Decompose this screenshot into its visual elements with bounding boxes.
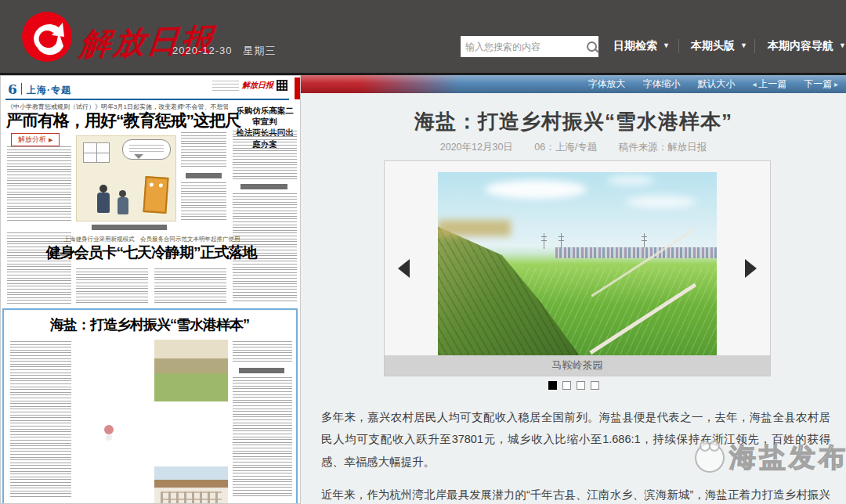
- cloud-shape: [607, 175, 654, 185]
- section-rule: [5, 99, 289, 100]
- next-article-label: 下一篇: [804, 78, 832, 89]
- menu-front-page[interactable]: 本期头版▼: [691, 39, 747, 53]
- header-date: 2020-12-30星期三: [172, 44, 287, 58]
- photo-caption: 马鞍岭茶园: [385, 355, 770, 376]
- article-paragraph: 多年来，嘉兴农村居民人均可支配收入稳居全国前列。海盐县便是代表之一，去年，海盐全…: [321, 406, 830, 473]
- cartoon-figure: [97, 193, 110, 213]
- page-edge-marker: [295, 77, 300, 99]
- search-box[interactable]: [461, 36, 598, 57]
- brand-logo-icon: [22, 12, 72, 62]
- menu-front-page-label: 本期头版: [691, 39, 735, 52]
- font-smaller-button[interactable]: 字体缩小: [642, 77, 680, 91]
- greeked-text-column: [76, 268, 148, 304]
- village-strip-shape: [555, 247, 717, 258]
- greeked-text-column: [233, 377, 292, 499]
- article-date: 2020年12月30日: [440, 142, 513, 153]
- menu-content-nav[interactable]: 本期内容导航▼: [768, 39, 846, 53]
- carousel-dots: [301, 381, 846, 390]
- mini-masthead: 解放日报: [212, 80, 287, 91]
- font-default-button[interactable]: 默认大小: [697, 77, 735, 91]
- article-edition: 06：上海/专题: [534, 142, 597, 153]
- carousel-dot-1[interactable]: [548, 381, 557, 390]
- preview-photo-harvest: [78, 405, 151, 466]
- qr-code-icon: [277, 80, 287, 91]
- arrow-right-icon: ▸: [832, 80, 838, 88]
- article-title: 海盐：打造乡村振兴“雪水港样本”: [301, 108, 846, 135]
- hill-highlight-shape: [438, 220, 511, 236]
- article-meta: 2020年12月30日 06：上海/专题 稿件来源：解放日报: [301, 141, 846, 154]
- carousel-dot-3[interactable]: [577, 381, 585, 390]
- cartoon-rulebook: [143, 176, 168, 214]
- prev-article-label: 上一篇: [758, 78, 786, 89]
- page-header-divider: [21, 83, 22, 95]
- article-source: 稿件来源：解放日报: [619, 142, 707, 153]
- menu-separator: [678, 39, 679, 53]
- power-tower-shape: [561, 233, 562, 249]
- preview-article1-headline[interactable]: 严而有格，用好“教育惩戒”这把尺: [6, 110, 235, 131]
- bubble-text-lines: [129, 145, 164, 154]
- power-tower-shape: [644, 233, 645, 249]
- newspaper-page-preview: 6 上海·专题 解放日报 《中小学教育惩戒规则（试行）》明年3月1日起实施，改变…: [0, 75, 301, 504]
- preview-article3-headline[interactable]: 海盐：打造乡村振兴“雪水港样本”: [12, 315, 287, 334]
- chevron-down-icon: ▼: [740, 41, 747, 49]
- greeked-subhead: [186, 173, 222, 178]
- mini-brand-text: 解放日报: [242, 80, 273, 91]
- power-tower-shape: [544, 233, 544, 249]
- greeked-text-column: [181, 132, 226, 168]
- carousel-photo-tea-garden: [438, 172, 717, 356]
- greeked-text-column: [10, 341, 71, 498]
- menu-date-search-label: 日期检索: [613, 39, 657, 52]
- article-paragraph: 近年来，作为杭州湾北岸最具发展潜力的“千年古县、江南水乡、滨海新城”，海盐正着力…: [321, 484, 830, 504]
- photo-carousel: 马鞍岭茶园: [384, 160, 771, 376]
- chevron-down-icon: ▼: [839, 41, 846, 49]
- font-larger-button[interactable]: 字体放大: [588, 77, 625, 91]
- menu-date-search[interactable]: 日期检索▼: [613, 39, 670, 53]
- side-headline-line1: 乐购仿乐高案二审宣判: [233, 105, 297, 127]
- cloud-shape: [626, 196, 696, 208]
- greeked-text-column: [7, 146, 71, 221]
- menu-content-nav-label: 本期内容导航: [768, 39, 833, 52]
- site-header: 解放日报 2020-12-30星期三 日期检索▼ 本期头版▼ 本期内容导航▼: [0, 0, 846, 75]
- carousel-dot-4[interactable]: [591, 381, 599, 390]
- preview-photo-field: [78, 340, 151, 401]
- prev-article-button[interactable]: ◂ 上一篇: [752, 77, 786, 91]
- search-input[interactable]: [465, 41, 587, 52]
- greeked-text-column: [181, 182, 226, 221]
- greeked-subhead: [239, 368, 284, 373]
- greeked-subhead: [92, 225, 167, 230]
- next-article-button[interactable]: 下一篇 ▸: [804, 77, 838, 91]
- brand-swoosh-icon: [22, 12, 72, 62]
- carousel-next-arrow[interactable]: [745, 259, 757, 278]
- cartoon-window: [83, 142, 110, 163]
- cloud-shape: [485, 180, 587, 199]
- brand-logo-text: 解放日报: [78, 18, 216, 66]
- preview-photo-aerial: [154, 340, 228, 401]
- greeked-subhead: [240, 184, 287, 189]
- article-panel: 字体放大 字体缩小 默认大小 ◂ 上一篇 下一篇 ▸ 海盐：打造乡村振兴“雪水港…: [301, 75, 846, 504]
- preview-article2-headline[interactable]: 健身会员卡“七天冷静期”正式落地: [37, 243, 266, 263]
- chevron-down-icon: ▼: [663, 41, 670, 49]
- carousel-dot-2[interactable]: [562, 381, 571, 390]
- preview-current-article-highlight[interactable]: 海盐：打造乡村振兴“雪水港样本”: [2, 308, 298, 504]
- greeked-text-column: [233, 131, 297, 179]
- cartoon-illustration: [76, 135, 176, 221]
- preview-article1-tag: 解放分析: [11, 133, 60, 146]
- greeked-text-column: [154, 268, 226, 304]
- greeked-text-column: [233, 341, 292, 363]
- carousel-prev-arrow[interactable]: [398, 259, 410, 278]
- mini-masthead-info: [212, 81, 239, 91]
- article-toolbar: 字体放大 字体缩小 默认大小 ◂ 上一篇 下一篇 ▸: [301, 75, 846, 93]
- page-section-label: 上海·专题: [27, 84, 71, 97]
- article-body: 多年来，嘉兴农村居民人均可支配收入稳居全国前列。海盐县便是代表之一，去年，海盐全…: [321, 406, 830, 504]
- speech-bubble: [122, 139, 171, 160]
- search-icon[interactable]: [587, 41, 597, 52]
- cartoon-figure: [118, 197, 128, 214]
- menu-separator: [754, 39, 755, 53]
- preview-photo-building: [154, 466, 228, 504]
- date-value: 2020-12-30: [172, 45, 233, 56]
- page-number: 6: [8, 81, 17, 97]
- weekday-value: 星期三: [244, 45, 277, 56]
